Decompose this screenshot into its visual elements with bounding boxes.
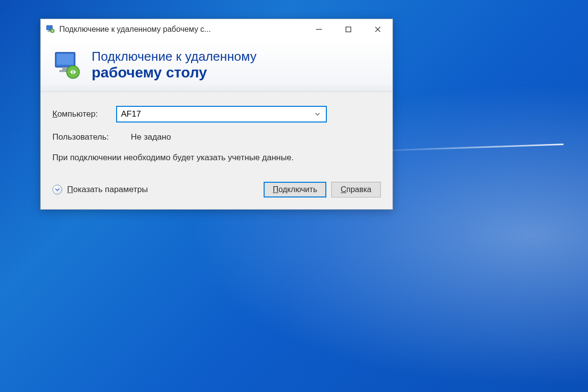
header-banner: Подключение к удаленному рабочему столу <box>41 40 392 92</box>
computer-combobox[interactable] <box>116 106 327 122</box>
computer-row: Компьютер: <box>52 106 381 122</box>
close-button[interactable] <box>363 19 392 40</box>
show-options-label: Показать параметры <box>67 185 148 195</box>
computer-input[interactable] <box>121 109 313 119</box>
banner-text: Подключение к удаленному рабочему столу <box>92 49 256 81</box>
app-icon <box>46 24 55 34</box>
chevron-down-icon[interactable] <box>313 111 322 117</box>
rdp-dialog-window: Подключение к удаленному рабочему с... <box>40 19 393 210</box>
computer-label: Компьютер: <box>52 109 116 119</box>
minimize-button[interactable] <box>304 19 334 40</box>
help-button[interactable]: Справка <box>331 182 381 197</box>
maximize-button[interactable] <box>334 19 363 40</box>
user-row: Пользователь: Не задано <box>52 132 381 142</box>
show-options-link[interactable]: Показать параметры <box>52 185 148 195</box>
user-label: Пользователь: <box>52 132 116 142</box>
banner-title-line2: рабочему столу <box>92 64 256 81</box>
expand-down-icon <box>52 185 62 195</box>
svg-rect-1 <box>49 30 50 31</box>
titlebar[interactable]: Подключение к удаленному рабочему с... <box>41 19 392 40</box>
footer: Показать параметры Подключить Справка <box>52 182 381 197</box>
content-area: Компьютер: Пользователь: Не задано При п… <box>41 92 392 209</box>
banner-title-line1: Подключение к удаленному <box>92 49 256 64</box>
user-value: Не задано <box>131 132 171 142</box>
rdp-logo-icon <box>52 50 82 80</box>
connect-button[interactable]: Подключить <box>264 182 326 197</box>
svg-rect-9 <box>57 54 74 65</box>
credentials-hint: При подключении необходимо будет указать… <box>52 152 381 164</box>
window-title: Подключение к удаленному рабочему с... <box>59 25 304 34</box>
svg-point-12 <box>67 66 79 78</box>
svg-rect-5 <box>346 27 351 32</box>
window-controls <box>304 19 392 40</box>
